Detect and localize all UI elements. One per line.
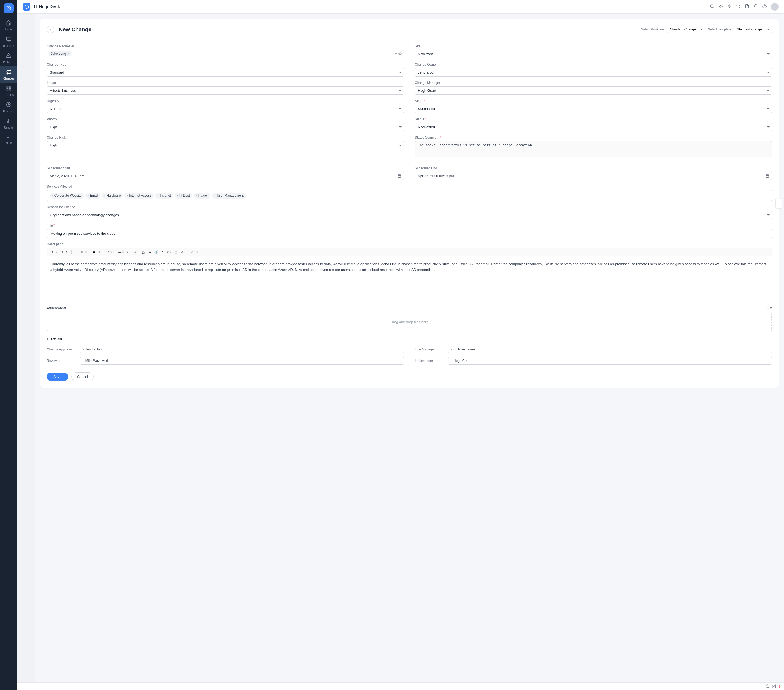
lightning-icon[interactable] (727, 4, 732, 10)
workflow-select[interactable]: Standard Change (667, 26, 705, 33)
font-button[interactable]: F· (74, 250, 78, 254)
bell-icon[interactable] (754, 4, 758, 10)
scheduled-start-input[interactable] (47, 172, 404, 180)
svg-rect-5 (9, 86, 11, 88)
roles-label: Roles (51, 337, 62, 341)
history-icon[interactable] (736, 4, 740, 10)
urgency-select[interactable]: Normal (47, 104, 404, 113)
quote-button[interactable]: ❝ (161, 250, 164, 254)
italic-button[interactable]: I (56, 250, 58, 254)
align-button[interactable]: ≡ ▾ (107, 250, 112, 254)
more-options-button[interactable]: ▾ (196, 250, 199, 254)
strikethrough-button[interactable]: S (65, 250, 69, 254)
requester-add-icon[interactable] (398, 52, 402, 56)
attachments-add-button[interactable]: + ▾ (767, 306, 772, 310)
document-icon[interactable] (745, 4, 749, 10)
search-icon[interactable] (710, 4, 714, 10)
user-avatar[interactable] (771, 3, 779, 11)
reviewer-group: Reviewer Mike Wazowski (47, 357, 404, 365)
change-risk-select[interactable]: High (47, 141, 404, 150)
sidebar-item-reports[interactable]: Reports (0, 116, 17, 132)
indent-button[interactable]: ⇥ (132, 250, 137, 254)
cancel-button[interactable]: Cancel (71, 372, 94, 381)
impact-select[interactable]: Affects Business (47, 86, 404, 95)
sidebar-item-home[interactable]: Home (0, 17, 17, 34)
bold-button[interactable]: B (50, 250, 54, 254)
svg-rect-20 (398, 174, 401, 177)
save-button[interactable]: Save (47, 373, 68, 381)
site-select[interactable]: New York (415, 50, 772, 58)
magic-icon[interactable] (719, 4, 723, 10)
attachments-header: Attachments + ▾ (47, 306, 772, 310)
requester-remove[interactable]: ✕ (67, 52, 69, 55)
sidebar-item-more-label: More (6, 141, 12, 144)
line-manager-input[interactable]: Sullivan James (448, 345, 772, 353)
drop-zone[interactable]: Drag and drop files here (47, 313, 772, 331)
calendar-end-icon[interactable] (766, 174, 769, 178)
expand-button[interactable]: ⤢ (189, 250, 194, 254)
sidebar: Home Requests Problems Changes Projects … (0, 0, 17, 690)
highlight-button[interactable]: ✏ (97, 250, 102, 254)
change-risk-label: Change Risk (47, 135, 404, 139)
reviewer-input[interactable]: Mike Wazowski (80, 357, 404, 365)
site-label: Site (415, 45, 772, 48)
settings-icon[interactable] (762, 4, 767, 10)
calendar-start-icon[interactable] (397, 174, 401, 178)
form-title: New Change (59, 26, 91, 33)
change-manager-label: Change Manager (415, 81, 772, 85)
collapse-panel-arrow[interactable]: › (775, 198, 782, 208)
sidebar-item-problems[interactable]: Problems (0, 50, 17, 66)
priority-select[interactable]: High (47, 123, 404, 131)
list-button[interactable]: ≔ ▾ (117, 250, 125, 254)
change-approver-label: Change Approver (47, 347, 77, 351)
emoji-button[interactable]: ☺ (180, 250, 184, 254)
line-manager-group: Line Manager Sullivan James (415, 345, 772, 353)
reason-label: Reason for Change (47, 205, 772, 209)
fontsize-button[interactable]: 10 ▾ (80, 250, 88, 254)
stage-select[interactable]: Submission (415, 104, 772, 113)
sidebar-item-requests[interactable]: Requests (0, 34, 17, 50)
sidebar-item-releases[interactable]: Releases (0, 99, 17, 116)
roles-chevron[interactable]: ▾ (47, 337, 49, 341)
status-label: Status* (415, 117, 772, 121)
title-input[interactable] (47, 229, 772, 238)
scheduled-end-input[interactable] (415, 172, 772, 180)
link-button[interactable]: 🔗 (153, 250, 159, 254)
code-button[interactable]: </> (166, 250, 172, 254)
svg-marker-17 (728, 4, 731, 8)
outdent-button[interactable]: ⇤ (126, 250, 131, 254)
sidebar-item-changes[interactable]: Changes (0, 66, 17, 83)
color-button[interactable]: ■ (92, 250, 96, 254)
stage-label: Stage* (415, 99, 772, 103)
sidebar-item-projects[interactable]: Projects (0, 83, 17, 99)
requester-caret[interactable]: ▾ (395, 52, 397, 55)
change-owner-select[interactable]: Jendra John (415, 68, 772, 76)
status-select[interactable]: Requested (415, 123, 772, 131)
edit-icon[interactable] (772, 684, 776, 688)
implementer-input[interactable]: Hugh Grant (448, 357, 772, 365)
back-button[interactable] (47, 26, 54, 33)
services-chips-box[interactable]: Corporate Website Email Hardware Interne… (47, 190, 772, 201)
change-requester-input[interactable]: Jake Long ✕ ▾ (47, 50, 404, 58)
template-select[interactable]: Standard change (734, 26, 772, 33)
image-button[interactable]: 🖼 (141, 250, 146, 254)
change-type-group: Change Type Standard (47, 63, 404, 76)
priority-group: Priority High (47, 117, 404, 131)
change-manager-select[interactable]: Hugh Grant (415, 86, 772, 95)
translate-icon[interactable] (766, 684, 769, 688)
description-editor[interactable]: Currently, all of the company's producti… (47, 258, 772, 301)
form-fields-grid: Change Requester Jake Long ✕ ▾ Site New … (47, 45, 772, 157)
sidebar-item-more[interactable]: ··· More (0, 132, 17, 147)
implementer-group: Implementer Hugh Grant (415, 357, 772, 365)
svg-point-18 (764, 6, 765, 7)
change-requester-group: Change Requester Jake Long ✕ ▾ (47, 45, 404, 58)
video-button[interactable]: ▶ (148, 250, 152, 254)
change-type-select[interactable]: Standard (47, 68, 404, 76)
table-button[interactable]: ⊞ (174, 250, 178, 254)
reason-select[interactable]: Upgradations based on technology changes (47, 211, 772, 219)
status-comment-textarea[interactable]: The above Stage/Status is set as part of… (415, 141, 772, 157)
change-approver-input[interactable]: Jendra John (80, 345, 404, 353)
underline-button[interactable]: U (59, 250, 64, 254)
sidebar-item-reports-label: Reports (4, 126, 13, 129)
attachments-section: Attachments + ▾ Drag and drop files here (47, 306, 772, 331)
